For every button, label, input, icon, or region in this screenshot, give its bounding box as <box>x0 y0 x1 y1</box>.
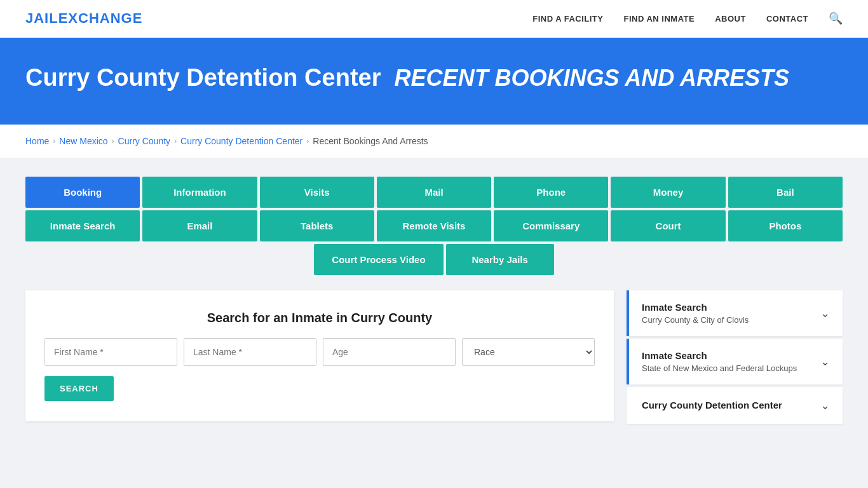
sidebar-item-subtitle-2: State of New Mexico and Federal Lockups <box>642 363 797 373</box>
breadcrumb-current: Recent Bookings And Arrests <box>313 136 428 146</box>
first-name-input[interactable] <box>44 338 177 366</box>
breadcrumb-sep-1: › <box>53 137 55 146</box>
breadcrumb-sep-4: › <box>306 137 309 146</box>
sidebar-item-title-1: Inmate Search <box>642 302 749 313</box>
logo[interactable]: JAILEXCHANGE <box>25 10 142 27</box>
breadcrumb: Home › New Mexico › Curry County › Curry… <box>0 125 868 158</box>
tab-information[interactable]: Information <box>142 177 257 208</box>
nav-item-find-facility[interactable]: FIND A FACILITY <box>532 13 603 24</box>
tabs-row-2: Inmate Search Email Tablets Remote Visit… <box>25 210 843 241</box>
chevron-down-icon-1: ⌄ <box>820 306 830 320</box>
tab-visits[interactable]: Visits <box>260 177 374 208</box>
race-select[interactable]: Race White Black Hispanic Asian Other <box>462 338 595 366</box>
tabs-row-3: Court Process Video Nearby Jails <box>25 244 843 275</box>
tab-tablets[interactable]: Tablets <box>260 210 374 241</box>
sidebar-item-title-2: Inmate Search <box>642 350 797 361</box>
main-section: Search for an Inmate in Curry County Rac… <box>25 290 843 426</box>
sidebar-item-subtitle-1: Curry County & City of Clovis <box>642 315 749 325</box>
tab-phone[interactable]: Phone <box>494 177 608 208</box>
sidebar-item-title-3: Curry County Detention Center <box>642 400 782 410</box>
sidebar-item-content-1: Inmate Search Curry County & City of Clo… <box>642 302 749 325</box>
sidebar-item-content-2: Inmate Search State of New Mexico and Fe… <box>642 350 797 373</box>
sidebar-item-detention-center[interactable]: Curry County Detention Center ⌄ <box>627 387 843 424</box>
tab-nearby-jails[interactable]: Nearby Jails <box>446 244 554 275</box>
logo-jail: JAIL <box>25 10 58 26</box>
breadcrumb-new-mexico[interactable]: New Mexico <box>59 136 107 146</box>
tab-bail[interactable]: Bail <box>728 177 843 208</box>
tab-mail[interactable]: Mail <box>377 177 491 208</box>
search-fields: Race White Black Hispanic Asian Other <box>44 338 595 366</box>
tab-court[interactable]: Court <box>611 210 725 241</box>
logo-exchange: EXCHANGE <box>58 10 143 26</box>
nav-links: FIND A FACILITY FIND AN INMATE ABOUT CON… <box>532 11 843 25</box>
nav-search-icon[interactable]: 🔍 <box>829 11 843 25</box>
chevron-down-icon-3: ⌄ <box>820 398 830 412</box>
search-form-card: Search for an Inmate in Curry County Rac… <box>25 290 614 421</box>
navbar: JAILEXCHANGE FIND A FACILITY FIND AN INM… <box>0 0 868 38</box>
sidebar-item-inmate-search-curry[interactable]: Inmate Search Curry County & City of Clo… <box>627 290 843 336</box>
page-title: Curry County Detention Center RECENT BOO… <box>25 64 843 93</box>
tab-inmate-search[interactable]: Inmate Search <box>25 210 140 241</box>
breadcrumb-curry-county[interactable]: Curry County <box>118 136 170 146</box>
search-button[interactable]: SEARCH <box>44 376 114 401</box>
tab-email[interactable]: Email <box>142 210 257 241</box>
nav-item-find-inmate[interactable]: FIND AN INMATE <box>623 13 695 24</box>
search-form-heading: Search for an Inmate in Curry County <box>44 311 595 325</box>
hero-section: Curry County Detention Center RECENT BOO… <box>0 38 868 125</box>
sidebar-item-inmate-search-nm[interactable]: Inmate Search State of New Mexico and Fe… <box>627 339 843 384</box>
tab-money[interactable]: Money <box>611 177 725 208</box>
tab-photos[interactable]: Photos <box>728 210 843 241</box>
chevron-down-icon-2: ⌄ <box>820 355 830 369</box>
content-area: Booking Information Visits Mail Phone Mo… <box>0 158 868 445</box>
breadcrumb-home[interactable]: Home <box>25 136 49 146</box>
tabs-row-1: Booking Information Visits Mail Phone Mo… <box>25 177 843 208</box>
sidebar-panel: Inmate Search Curry County & City of Clo… <box>627 290 843 426</box>
tab-remote-visits[interactable]: Remote Visits <box>377 210 491 241</box>
nav-item-contact[interactable]: CONTACT <box>766 13 808 24</box>
tab-court-process-video[interactable]: Court Process Video <box>314 244 443 275</box>
breadcrumb-sep-2: › <box>112 137 114 146</box>
tab-commissary[interactable]: Commissary <box>494 210 608 241</box>
age-input[interactable] <box>323 338 456 366</box>
breadcrumb-sep-3: › <box>174 137 177 146</box>
breadcrumb-detention-center[interactable]: Curry County Detention Center <box>180 136 302 146</box>
last-name-input[interactable] <box>184 338 316 366</box>
nav-item-about[interactable]: ABOUT <box>715 13 746 24</box>
tab-booking[interactable]: Booking <box>25 177 140 208</box>
